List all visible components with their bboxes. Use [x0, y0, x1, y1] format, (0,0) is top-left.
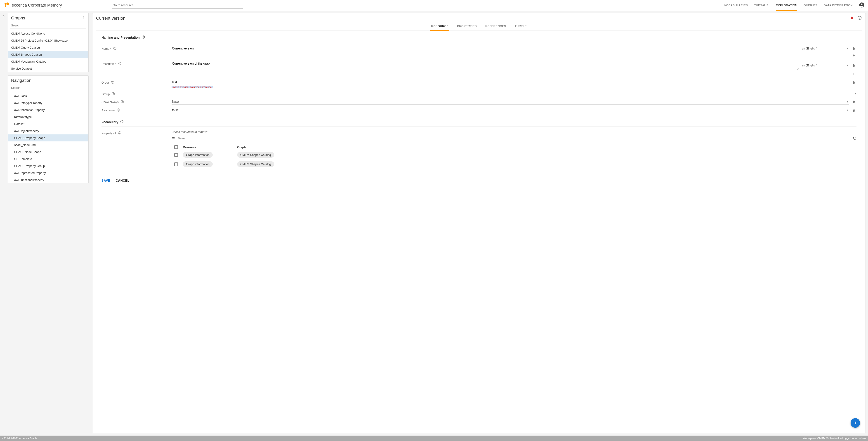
help-icon[interactable] [857, 15, 862, 21]
navigation-search[interactable] [10, 85, 86, 91]
graphs-search[interactable] [10, 22, 86, 29]
nav-exploration[interactable]: EXPLORATION [776, 4, 797, 11]
nav-vocabularies[interactable]: VOCABULARIES [724, 4, 748, 7]
name-input[interactable] [172, 45, 799, 51]
add-description-button[interactable] [851, 71, 857, 77]
topnav: VOCABULARIES THESAURI EXPLORATION QUERIE… [724, 2, 864, 8]
nav-queries[interactable]: QUERIES [804, 4, 817, 7]
svg-point-2 [5, 5, 6, 7]
description-label: Description [101, 61, 167, 66]
topbar: eccenca Corporate Memory VOCABULARIES TH… [0, 0, 868, 11]
cancel-button[interactable]: CANCEL [116, 179, 129, 182]
tab-turtle[interactable]: TURTLE [514, 22, 528, 31]
name-lang-select[interactable]: en (English)▾ [801, 46, 849, 51]
navigation-item[interactable]: URI Template [8, 155, 88, 162]
account-icon[interactable] [859, 2, 864, 8]
footer: v21.04 ©2021 eccenca GmbH Workspace: CME… [0, 436, 868, 441]
help-icon[interactable] [118, 131, 121, 135]
nav-thesauri[interactable]: THESAURI [754, 4, 770, 7]
navigation-item[interactable]: rdfs:Datatype [8, 114, 88, 120]
description-lang-select[interactable]: en (English)▾ [801, 63, 849, 68]
navigation-item[interactable]: owl:ObjectProperty [8, 127, 88, 134]
delete-show-always-button[interactable] [851, 99, 857, 104]
add-name-button[interactable] [851, 53, 857, 58]
delete-read-only-button[interactable] [851, 107, 857, 113]
graphs-item[interactable]: CMEM DI Project Config 'v21.04 Showcase' [8, 37, 88, 44]
restore-icon[interactable] [853, 136, 857, 141]
delete-resource-button[interactable] [850, 16, 854, 20]
navigation-item[interactable]: owl:AnnotationProperty [8, 106, 88, 114]
svg-point-15 [120, 64, 120, 64]
save-button[interactable]: SAVE [101, 179, 110, 182]
help-icon[interactable] [113, 46, 117, 51]
help-icon[interactable] [118, 62, 122, 66]
delete-name-button[interactable] [851, 46, 857, 51]
chevron-down-icon: ▾ [847, 47, 848, 50]
svg-point-19 [113, 94, 114, 95]
navigation-item[interactable]: owl:Class [8, 92, 88, 99]
help-icon[interactable] [111, 81, 114, 85]
read-only-label: Read only [101, 107, 167, 113]
order-input[interactable] [172, 80, 849, 85]
description-input[interactable] [172, 61, 799, 70]
group-select[interactable]: ▾ [172, 91, 857, 96]
navigation-item[interactable]: SHACL Property Shape [8, 134, 88, 141]
svg-point-4 [861, 4, 863, 5]
navigation-item[interactable]: owl:DatatypeProperty [8, 99, 88, 106]
graph-chip[interactable]: CMEM Shapes Catalog [237, 161, 274, 167]
fab-add-button[interactable] [850, 418, 860, 428]
resource-chip[interactable]: Graph information [183, 161, 213, 167]
svg-point-0 [4, 3, 6, 5]
group-label: Group [101, 91, 167, 96]
tab-resource[interactable]: RESOURCE [430, 22, 450, 31]
help-icon[interactable] [112, 92, 115, 96]
name-label: Name * [101, 45, 167, 51]
select-all-checkbox[interactable] [174, 145, 178, 149]
graphs-item[interactable]: CMEM Query Catalog [8, 44, 88, 51]
resource-chip[interactable]: Graph information [183, 152, 213, 158]
order-error: Invalid string for datatype xsd:integer [172, 86, 213, 88]
navigation-panel: Navigation owl:Classowl:DatatypeProperty… [8, 75, 89, 183]
svg-point-28 [173, 137, 173, 138]
svg-point-27 [119, 133, 120, 134]
svg-point-6 [83, 18, 84, 18]
navigation-item[interactable]: owl:DeprecatedProperty [8, 169, 88, 177]
tab-properties[interactable]: PROPERTIES [456, 22, 477, 31]
more-vert-icon[interactable] [82, 16, 85, 20]
graphs-item[interactable]: Service Dataset [8, 65, 88, 72]
help-icon[interactable] [117, 108, 120, 113]
delete-order-button[interactable] [851, 80, 857, 85]
graphs-item[interactable]: CMEM Access Conditions [8, 30, 88, 37]
tab-references[interactable]: REFERENCES [485, 22, 507, 31]
navigation-item[interactable]: SHACL Node Shape [8, 149, 88, 155]
navigation-title: Navigation [11, 78, 31, 83]
nav-data-integration[interactable]: DATA INTEGRATION [824, 4, 852, 7]
svg-point-30 [173, 139, 174, 139]
navigation-item[interactable]: Dataset [8, 120, 88, 127]
tune-icon[interactable] [172, 136, 175, 141]
read-only-select[interactable]: false▾ [172, 107, 849, 113]
property-of-label: Property of [101, 130, 167, 135]
delete-description-button[interactable] [851, 63, 857, 68]
row-checkbox[interactable] [174, 162, 178, 166]
navigation-item[interactable]: shacl_NodeKind [8, 141, 88, 149]
sidebar-collapse[interactable] [0, 11, 8, 436]
navigation-item[interactable]: owl:FunctionalProperty [8, 177, 88, 183]
resource-table-head: Resource Graph [172, 144, 857, 150]
property-of-search[interactable] [178, 136, 850, 141]
navigation-item[interactable]: SHACL Property Group [8, 162, 88, 169]
graphs-item[interactable]: CMEM Vocabulary Catalog [8, 58, 88, 65]
help-icon[interactable] [142, 35, 145, 39]
svg-point-5 [83, 17, 84, 17]
section-naming: Naming and Presentation [101, 35, 857, 39]
help-icon[interactable] [121, 100, 124, 104]
go-to-resource[interactable] [112, 2, 243, 8]
graph-chip[interactable]: CMEM Shapes Catalog [237, 152, 274, 158]
go-to-input[interactable] [112, 2, 243, 8]
show-always-label: Show always [101, 99, 167, 104]
chevron-down-icon: ▾ [855, 92, 856, 95]
help-icon[interactable] [120, 120, 124, 124]
graphs-item[interactable]: CMEM Shapes Catalog [8, 51, 88, 58]
show-always-select[interactable]: false▾ [172, 99, 849, 104]
row-checkbox[interactable] [174, 153, 178, 157]
